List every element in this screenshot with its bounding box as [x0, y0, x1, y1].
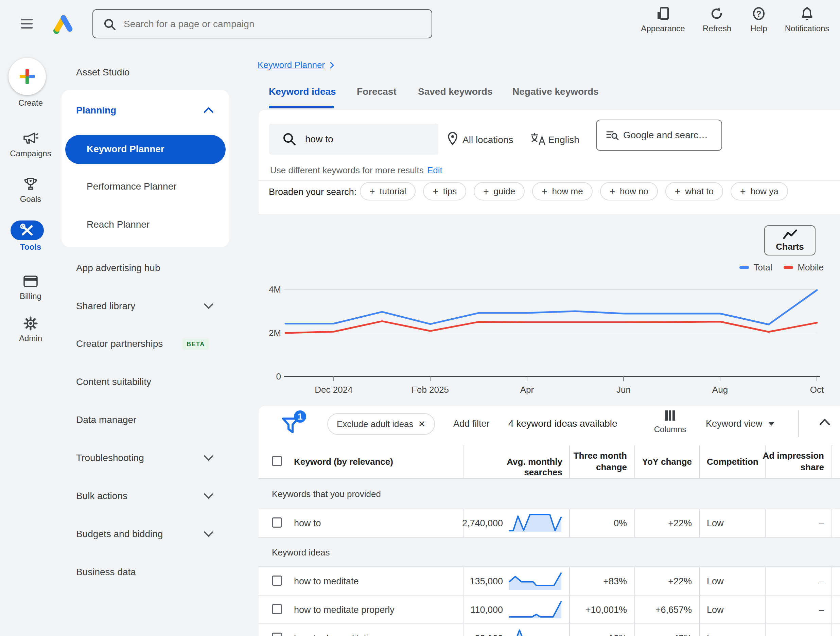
- table-row-yoy: +22%: [638, 518, 692, 529]
- breadcrumb-link[interactable]: Keyword Planner: [257, 60, 325, 70]
- columns-button[interactable]: Columns: [650, 409, 690, 434]
- sidebar-item-reach-planner[interactable]: Reach Planner: [87, 219, 150, 230]
- sidebar-item-billing[interactable]: Billing: [0, 275, 61, 301]
- broaden-search-label: Broaden your search:: [269, 187, 357, 197]
- sidebar-item-performance-planner[interactable]: Performance Planner: [87, 181, 177, 192]
- keyword-search-box: [269, 124, 438, 155]
- location-filter[interactable]: [446, 131, 459, 147]
- tab-forecast[interactable]: Forecast: [357, 86, 396, 97]
- campaigns-icon: [23, 131, 38, 146]
- exclude-adult-ideas-chip[interactable]: Exclude adult ideas ✕: [327, 413, 435, 435]
- table-row-yoy: 45%: [638, 633, 692, 636]
- network-select[interactable]: Google and searc…: [596, 120, 722, 151]
- language-filter-label[interactable]: English: [548, 134, 579, 145]
- sidebar-item-data-manager[interactable]: Data manager: [76, 415, 136, 425]
- close-icon[interactable]: ✕: [418, 419, 425, 429]
- table-row-competition: Low: [707, 605, 724, 615]
- col-header-searches[interactable]: Avg. monthly searches: [467, 457, 562, 478]
- row-separator: [259, 537, 840, 538]
- col-header-yoy[interactable]: YoY change: [638, 457, 692, 467]
- y-tick-0: 0: [276, 371, 281, 382]
- chevron-down-icon[interactable]: [203, 530, 214, 538]
- row-checkbox[interactable]: [272, 633, 282, 636]
- broaden-chip-how-no[interactable]: +how no: [600, 182, 658, 200]
- billing-label: Billing: [0, 292, 61, 301]
- sidebar-item-app-advertising-hub[interactable]: App advertising hub: [76, 263, 160, 273]
- keyword-view-dropdown[interactable]: Keyword view: [706, 418, 763, 429]
- row-checkbox[interactable]: [272, 576, 282, 586]
- create-label: Create: [0, 98, 61, 108]
- table-row-competition: Low: [707, 576, 724, 587]
- tab-saved-keywords[interactable]: Saved keywords: [418, 86, 493, 97]
- plus-icon: +: [675, 186, 680, 197]
- filter-icon[interactable]: 1: [280, 409, 311, 436]
- row-separator: [259, 595, 840, 596]
- plus-icon: +: [740, 186, 745, 197]
- row-checkbox[interactable]: [272, 518, 282, 528]
- broaden-chip-how-me[interactable]: +how me: [532, 182, 592, 200]
- table-row-searches: 110,000: [408, 605, 503, 615]
- col-header-keyword[interactable]: Keyword (by relevance): [294, 457, 393, 467]
- keyword-search-panel: All locations English: [259, 110, 840, 214]
- main-menu-button[interactable]: [21, 18, 34, 30]
- sidebar-item-campaigns[interactable]: Campaigns: [0, 131, 61, 158]
- global-search-input[interactable]: [123, 11, 423, 38]
- plus-icon: +: [369, 186, 375, 197]
- broaden-chip-how-ya[interactable]: +how ya: [731, 182, 788, 200]
- location-filter-label[interactable]: All locations: [463, 134, 513, 145]
- chip-label: guide: [494, 186, 515, 197]
- search-icon: [103, 18, 116, 31]
- sidebar-item-budgets-and-bidding[interactable]: Budgets and bidding: [76, 529, 163, 540]
- beta-badge-label: BETA: [186, 341, 205, 348]
- sidebar-item-bulk-actions[interactable]: Bulk actions: [76, 491, 128, 502]
- keyword-search-input[interactable]: [305, 125, 431, 153]
- chevron-down-icon[interactable]: [203, 302, 214, 310]
- sidebar-item-goals[interactable]: Goals: [0, 176, 61, 204]
- x-tick-apr: Apr: [520, 385, 534, 395]
- google-ads-logo[interactable]: [52, 14, 75, 35]
- tab-keyword-ideas[interactable]: Keyword ideas: [269, 86, 336, 97]
- columns-icon: [664, 409, 677, 422]
- select-all-checkbox[interactable]: [272, 456, 282, 466]
- chip-label: what to: [685, 186, 714, 197]
- chevron-down-icon[interactable]: [203, 492, 214, 500]
- broaden-chip-what-to[interactable]: +what to: [665, 182, 723, 200]
- edit-keywords-link[interactable]: Edit: [427, 165, 442, 176]
- sidebar-item-creator-partnerships[interactable]: Creator partnerships: [76, 338, 163, 349]
- col-header-three-month[interactable]: Three month change: [573, 450, 627, 473]
- table-row-three-month: 18%: [573, 633, 627, 636]
- tab-negative-keywords[interactable]: Negative keywords: [512, 86, 599, 97]
- sparkline-area: [509, 573, 561, 590]
- columns-label: Columns: [650, 425, 690, 434]
- sidebar-item-tools[interactable]: [11, 221, 44, 240]
- broaden-chip-tutorial[interactable]: +tutorial: [360, 182, 415, 200]
- sidebar-item-asset-studio[interactable]: Asset Studio: [76, 67, 129, 78]
- chart-series: [286, 290, 817, 333]
- chevron-down-icon[interactable]: [203, 454, 214, 462]
- appearance-button[interactable]: Appearance: [638, 7, 688, 33]
- caret-down-icon[interactable]: [767, 421, 775, 426]
- broaden-chip-tips[interactable]: +tips: [423, 182, 466, 200]
- create-button[interactable]: [8, 58, 46, 95]
- sidebar-item-troubleshooting[interactable]: Troubleshooting: [76, 453, 144, 463]
- sidebar-item-business-data[interactable]: Business data: [76, 567, 136, 578]
- add-filter-button[interactable]: Add filter: [453, 418, 489, 429]
- broaden-chip-guide[interactable]: +guide: [474, 182, 525, 200]
- collapse-chevron-icon[interactable]: [819, 418, 831, 426]
- planning-section-header[interactable]: Planning: [76, 105, 116, 116]
- refresh-button[interactable]: Refresh: [694, 7, 740, 33]
- help-button[interactable]: ? Help: [740, 7, 777, 33]
- col-header-competition[interactable]: Competition: [707, 457, 758, 467]
- sidebar-item-keyword-planner[interactable]: Keyword Planner: [65, 135, 226, 164]
- table-row-three-month: +83%: [573, 576, 627, 587]
- sidebar-item-admin[interactable]: Admin: [0, 316, 61, 343]
- sidebar-item-content-suitability[interactable]: Content suitability: [76, 376, 151, 387]
- notifications-button[interactable]: Notifications: [780, 7, 834, 33]
- col-header-ad-share[interactable]: Ad impression share: [759, 450, 824, 473]
- chevron-up-icon[interactable]: [203, 106, 214, 114]
- sidebar-item-shared-library[interactable]: Shared library: [76, 301, 135, 311]
- table-row-three-month: 0%: [573, 518, 627, 529]
- row-checkbox[interactable]: [272, 604, 282, 614]
- y-tick-4m: 4M: [269, 284, 281, 295]
- language-filter[interactable]: [531, 133, 545, 145]
